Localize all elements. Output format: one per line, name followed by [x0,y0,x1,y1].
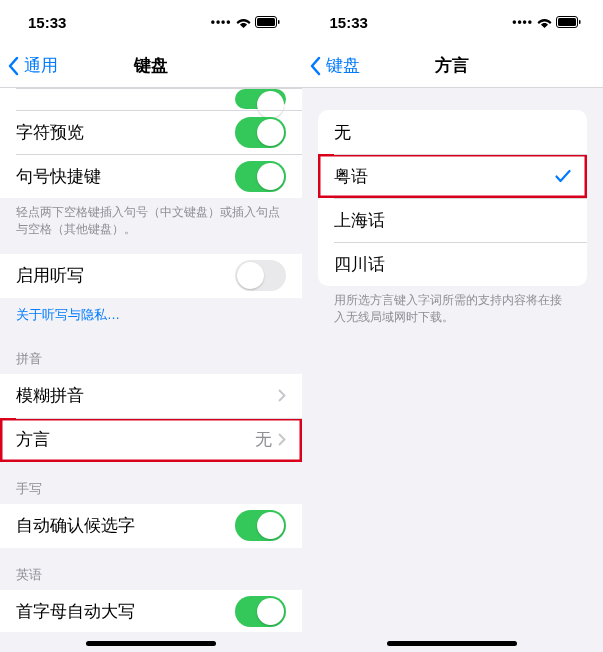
svg-rect-4 [558,18,576,26]
english-header: 英语 [0,548,302,590]
dictation-row[interactable]: 启用听写 [0,254,302,298]
dialect-value: 无 [255,428,272,451]
auto-cap-row[interactable]: 首字母自动大写 [0,590,302,632]
partial-row [0,88,302,110]
char-preview-toggle[interactable] [235,117,286,148]
option-label: 上海话 [334,209,572,232]
nav-bar: 键盘 方言 [302,44,604,88]
top-group: 字符预览 句号快捷键 [0,88,302,198]
char-preview-row[interactable]: 字符预览 [0,110,302,154]
english-group: 首字母自动大写 检查拼写 输入预测 滑行键入时逐词删除 [0,590,302,632]
pinyin-group: 模糊拼音 方言 无 [0,374,302,462]
top-footer: 轻点两下空格键插入句号（中文键盘）或插入句点与空格（其他键盘）。 [0,198,302,246]
svg-rect-5 [579,20,581,24]
home-indicator[interactable] [387,641,517,646]
chevron-right-icon [278,389,286,402]
period-shortcut-row[interactable]: 句号快捷键 [0,154,302,198]
back-label: 通用 [24,54,58,77]
dialect-label: 方言 [16,428,255,451]
dictation-label: 启用听写 [16,264,235,287]
back-button[interactable]: 通用 [0,54,58,77]
svg-rect-2 [278,20,280,24]
status-bar: 15:33 •••• [302,0,604,44]
option-cantonese[interactable]: 粤语 [318,154,588,198]
option-label: 无 [334,121,572,144]
option-label: 粤语 [334,165,556,188]
status-time: 15:33 [28,14,66,31]
chevron-left-icon [8,56,24,76]
signal-icon: •••• [512,15,533,29]
wifi-icon [537,17,552,28]
chevron-right-icon [278,433,286,446]
battery-icon [255,16,280,28]
auto-confirm-toggle[interactable] [235,510,286,541]
back-button[interactable]: 键盘 [302,54,360,77]
battery-icon [556,16,581,28]
pinyin-header: 拼音 [0,332,302,374]
option-none[interactable]: 无 [318,110,588,154]
toggle-partial[interactable] [235,89,286,109]
option-shanghainese[interactable]: 上海话 [318,198,588,242]
checkmark-icon [555,169,571,183]
dictation-toggle[interactable] [235,260,286,291]
option-sichuanese[interactable]: 四川话 [318,242,588,286]
status-time: 15:33 [330,14,368,31]
period-shortcut-toggle[interactable] [235,161,286,192]
option-label: 四川话 [334,253,572,276]
dictation-group: 启用听写 [0,254,302,298]
chevron-left-icon [310,56,326,76]
handwriting-header: 手写 [0,462,302,504]
back-label: 键盘 [326,54,360,77]
period-shortcut-label: 句号快捷键 [16,165,235,188]
auto-confirm-row[interactable]: 自动确认候选字 [0,504,302,548]
auto-cap-toggle[interactable] [235,596,286,627]
fuzzy-pinyin-row[interactable]: 模糊拼音 [0,374,302,418]
dialect-footer: 用所选方言键入字词所需的支持内容将在接入无线局域网时下载。 [302,286,604,334]
signal-icon: •••• [211,15,232,29]
dictation-privacy-link[interactable]: 关于听写与隐私… [0,298,302,332]
auto-confirm-label: 自动确认候选字 [16,514,235,537]
char-preview-label: 字符预览 [16,121,235,144]
auto-cap-label: 首字母自动大写 [16,600,235,623]
handwriting-group: 自动确认候选字 [0,504,302,548]
nav-bar: 通用 键盘 [0,44,302,88]
status-bar: 15:33 •••• [0,0,302,44]
dialect-row[interactable]: 方言 无 [0,418,302,462]
home-indicator[interactable] [86,641,216,646]
dialect-options-group: 无 粤语 上海话 四川话 [318,110,588,286]
status-indicators: •••• [211,15,280,29]
wifi-icon [236,17,251,28]
fuzzy-pinyin-label: 模糊拼音 [16,384,278,407]
svg-rect-1 [257,18,275,26]
status-indicators: •••• [512,15,581,29]
